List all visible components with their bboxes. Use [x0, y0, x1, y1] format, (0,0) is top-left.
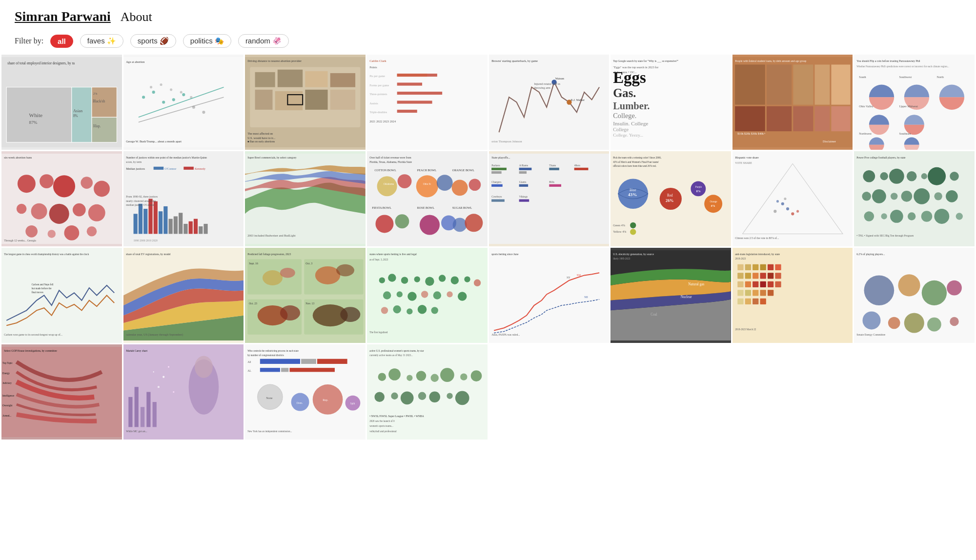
- svg-point-222: [776, 200, 779, 202]
- svg-rect-323: [768, 264, 773, 270]
- svg-text:Through 12 weeks... Georgia: Through 12 weeks... Georgia: [4, 239, 36, 242]
- svg-point-159: [416, 175, 438, 197]
- svg-point-107: [40, 174, 54, 188]
- gallery-item-vote-share[interactable]: Hispanic vote share VOTE SHARE Clinton w…: [732, 151, 853, 246]
- svg-text:U.S. electricity generation, b: U.S. electricity generation, by source: [613, 253, 654, 256]
- gallery-item-mariah[interactable]: Mariah Carey chart While MC got an...: [123, 344, 244, 440]
- gallery-item-gop-investigations[interactable]: Select GOP House investigations, by comm…: [1, 344, 122, 440]
- svg-rect-34: [278, 70, 303, 87]
- gallery-item-student-loans[interactable]: People with federal student loans, by de…: [732, 55, 853, 150]
- svg-text:2%: 2%: [93, 92, 97, 95]
- svg-rect-56: [397, 100, 432, 103]
- svg-text:Oklahoma: Oklahoma: [384, 182, 394, 185]
- gallery-item-fall-foliage-preview[interactable]: State playoffs... Packers A/Rams Titans …: [489, 151, 610, 246]
- gallery-item-punxsutawney[interactable]: You should Flip a coin before trusting P…: [854, 55, 975, 150]
- svg-point-236: [950, 172, 959, 180]
- svg-rect-376: [128, 397, 132, 427]
- gallery-item-caitlin[interactable]: Caitlin Clark Points Pts per game Forms …: [367, 55, 488, 150]
- svg-point-118: [64, 225, 79, 240]
- svg-text:ORANGE BOWL: ORANGE BOWL: [452, 169, 475, 172]
- svg-text:Select GOP House investigation: Select GOP House investigations, by comm…: [4, 349, 57, 352]
- svg-rect-336: [775, 281, 781, 287]
- svg-text:Ohio Valley: Ohio Valley: [859, 105, 874, 108]
- svg-text:SUGAR BOWL: SUGAR BOWL: [452, 206, 472, 209]
- svg-point-265: [263, 270, 283, 285]
- svg-text:Disclaimer: Disclaimer: [823, 140, 836, 143]
- svg-text:Pts per game: Pts per game: [369, 75, 385, 78]
- about-link[interactable]: About: [121, 10, 152, 24]
- svg-point-351: [922, 280, 947, 305]
- svg-rect-340: [760, 290, 766, 296]
- svg-text:NM: NM: [576, 274, 581, 277]
- svg-text:Triple-doubles: Triple-doubles: [369, 111, 387, 114]
- gallery-item-browns-qb[interactable]: Browns' starting quarterback, by game Wa…: [489, 55, 610, 150]
- svg-text:Top Topic: Top Topic: [2, 361, 13, 364]
- svg-point-242: [935, 192, 942, 200]
- svg-text:sports betting since June: sports betting since June: [491, 253, 519, 256]
- gallery-item-interior-designers[interactable]: share of total employed interior designe…: [1, 55, 122, 150]
- svg-rect-324: [775, 264, 781, 270]
- svg-rect-142: [199, 226, 203, 234]
- gallery-item-bubbles[interactable]: 6.2% of playing players... Senate Energy…: [854, 248, 975, 343]
- svg-rect-378: [141, 407, 144, 427]
- gallery-item-nfl-colors[interactable]: Pick the team with a winning color! Sinc…: [610, 151, 731, 246]
- svg-point-246: [890, 210, 903, 223]
- gallery-item-anti-trans[interactable]: anti-trans legislation introduced, by st…: [732, 248, 853, 343]
- gallery-item-redistricting[interactable]: Who controls the redistricting process i…: [245, 344, 366, 440]
- svg-text:1990  2000  2010  2020: 1990 2000 2010 2020: [133, 239, 158, 242]
- svg-text:Packers: Packers: [491, 164, 500, 167]
- svg-text:Dem.: Dem.: [297, 401, 303, 404]
- svg-point-375: [153, 371, 154, 372]
- svg-rect-191: [549, 184, 561, 187]
- svg-rect-332: [745, 281, 751, 287]
- svg-rect-88: [767, 106, 792, 131]
- filter-faves[interactable]: faves ✨: [80, 34, 123, 48]
- site-name[interactable]: Simran Parwani: [15, 9, 111, 24]
- svg-point-250: [956, 213, 963, 220]
- svg-rect-39: [305, 90, 328, 110]
- gallery-item-abortion-bans[interactable]: six-week abortion bans Through 12 weeks.…: [1, 151, 122, 246]
- gallery-item-sports-betting[interactable]: states where sports betting is live and …: [367, 248, 488, 343]
- gallery-item-sports-betting-line[interactable]: sports betting since June NM NH NY Atlas…: [489, 248, 610, 343]
- gallery-item-ev-registrations[interactable]: share of total EV registrations, by mode…: [123, 248, 244, 343]
- filter-bar: Filter by: all faves ✨ sports 🏈 politics…: [0, 29, 976, 55]
- svg-rect-339: [752, 290, 758, 296]
- svg-rect-386: [260, 359, 300, 364]
- svg-rect-127: [183, 167, 194, 170]
- gallery-item-chess[interactable]: The longest game in chess world champion…: [1, 248, 122, 343]
- gallery-item-superbowl-ads[interactable]: Super Bowl commercials, by select catego…: [245, 151, 366, 246]
- svg-text:2018-2023 March 22: 2018-2023 March 22: [735, 328, 756, 331]
- svg-point-231: [880, 172, 888, 180]
- svg-text:$10k   $20k   $30k   $40k+: $10k $20k $30k $40k+: [737, 132, 766, 135]
- svg-text:• TNL • Signed with SEC/Big Te: • TNL • Signed with SEC/Big Ten through …: [857, 234, 915, 237]
- svg-point-226: [784, 198, 786, 200]
- filter-politics[interactable]: politics 🎭: [183, 34, 231, 48]
- svg-text:Super Bowl commercials, by sel: Super Bowl commercials, by select catego…: [247, 156, 297, 159]
- svg-text:26%: 26%: [666, 199, 673, 203]
- svg-point-22: [150, 86, 152, 88]
- gallery-item-fall-foliage[interactable]: Predicted fall foliage progression, 2023…: [245, 248, 366, 343]
- svg-rect-392: [290, 368, 335, 372]
- svg-text:Hisp.: Hisp.: [93, 124, 101, 128]
- svg-point-407: [407, 375, 412, 381]
- svg-point-354: [888, 317, 900, 329]
- svg-point-220: [781, 202, 784, 205]
- gallery-item-abortion-map[interactable]: Driving distance to nearest abortion pro…: [245, 55, 366, 150]
- gallery-item-scatter[interactable]: Age at abortion George W. Bush/Trump... …: [123, 55, 244, 150]
- gallery-item-nfl-tickets[interactable]: Over half of ticket revenue were from Fl…: [367, 151, 488, 246]
- gallery-item-womens-sports[interactable]: active U.S. professional women's sports …: [367, 344, 488, 440]
- gallery-item-scotus[interactable]: Number of justices within one point of t…: [123, 151, 244, 246]
- svg-text:Southwest: Southwest: [899, 76, 912, 79]
- svg-point-230: [863, 170, 875, 182]
- svg-rect-140: [188, 221, 192, 234]
- svg-point-169: [452, 180, 468, 196]
- filter-all[interactable]: all: [50, 35, 73, 48]
- gallery-item-football-players[interactable]: Power Five college football players, by …: [854, 151, 975, 246]
- svg-text:6.2% of playing players...: 6.2% of playing players...: [857, 253, 886, 256]
- svg-point-372: [168, 366, 169, 368]
- filter-random[interactable]: random 🦑: [238, 34, 289, 48]
- gallery-item-google-search[interactable]: Top Google search by state for "Why is _…: [610, 55, 731, 150]
- gallery-item-electricity[interactable]: U.S. electricity generation, by source l…: [610, 248, 731, 343]
- svg-rect-391: [281, 368, 288, 372]
- filter-sports[interactable]: sports 🏈: [130, 34, 176, 48]
